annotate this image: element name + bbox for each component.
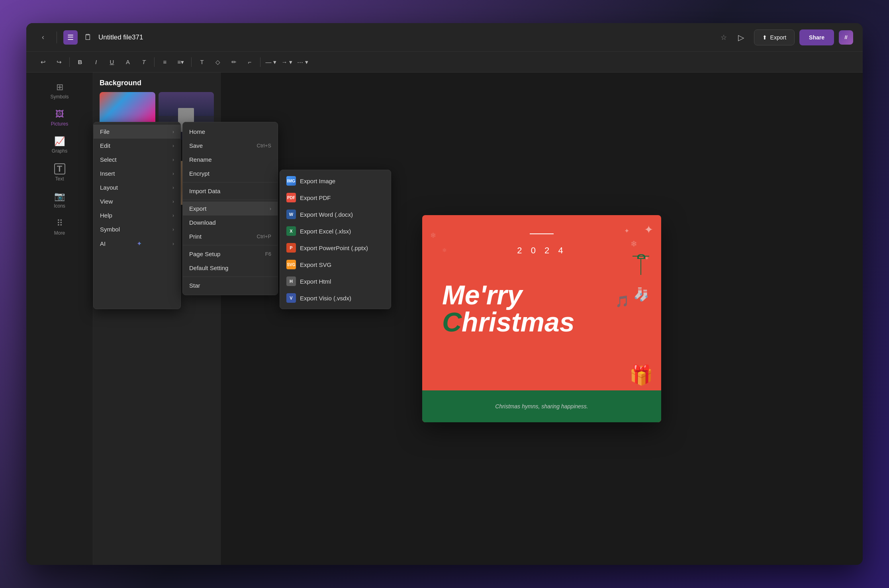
menu-export-excel[interactable]: X Export Excel (.xlsx) bbox=[280, 223, 391, 239]
toolbar-sep-3 bbox=[191, 57, 192, 67]
arrow-button[interactable]: → ▾ bbox=[280, 55, 294, 69]
more-label: More bbox=[54, 230, 65, 236]
export-submenu: IMG Export Image PDF Export PDF W Export… bbox=[280, 170, 391, 309]
card-year: 2 0 2 4 bbox=[434, 245, 649, 256]
menu-export-word[interactable]: W Export Word (.docx) bbox=[280, 206, 391, 223]
insert-arrow: › bbox=[172, 171, 174, 176]
avatar: // bbox=[839, 30, 853, 45]
file-menu: File › Edit › Select › Insert › Layout bbox=[93, 122, 181, 309]
sidebar-item-icons[interactable]: 📷 Icons bbox=[26, 188, 93, 212]
menu-edit[interactable]: Edit › bbox=[94, 139, 180, 153]
sidebar-item-graphs[interactable]: 📈 Graphs bbox=[26, 133, 93, 157]
export-pdf-icon: PDF bbox=[286, 193, 296, 202]
menu-container: File › Edit › Select › Insert › Layout bbox=[93, 122, 391, 309]
file-arrow: › bbox=[172, 129, 174, 135]
menu-export-image[interactable]: IMG Export Image bbox=[280, 172, 391, 189]
text2-button[interactable]: T bbox=[195, 55, 209, 69]
sidebar-item-symbols[interactable]: ⊞ Symbols bbox=[26, 79, 93, 103]
align-button[interactable]: ≡ bbox=[158, 55, 172, 69]
menu-export[interactable]: Export › bbox=[183, 202, 278, 216]
back-button[interactable]: ‹ bbox=[36, 30, 50, 45]
menu-ai[interactable]: AI ✦ › bbox=[94, 236, 180, 251]
menu-sep-1 bbox=[183, 182, 278, 182]
background-section-title: Background bbox=[100, 79, 214, 87]
ai-arrow: › bbox=[172, 241, 174, 247]
menu-insert[interactable]: Insert › bbox=[94, 167, 180, 180]
menu-page-setup[interactable]: Page Setup F6 bbox=[183, 247, 278, 261]
menu-print[interactable]: Print Ctrl+P bbox=[183, 229, 278, 243]
export-submenu-arrow: › bbox=[270, 206, 271, 212]
file-title: Untitled file371 bbox=[98, 33, 714, 41]
menu-export-visio[interactable]: V Export Visio (.vsdx) bbox=[280, 290, 391, 306]
icons-label: Icons bbox=[54, 203, 65, 209]
card-christmas: Christmas bbox=[442, 308, 649, 335]
toolbar-sep-4 bbox=[260, 57, 260, 67]
toolbar-sep-2 bbox=[154, 57, 155, 67]
header-divider bbox=[57, 31, 57, 43]
menu-encrypt[interactable]: Encrypt bbox=[183, 167, 278, 180]
left-sidebar: ⊞ Symbols 🖼 Pictures 📈 Graphs T Text 📷 I… bbox=[26, 73, 93, 565]
icons-icon: 📷 bbox=[54, 191, 65, 202]
menu-rename[interactable]: Rename bbox=[183, 153, 278, 167]
more-icon: ⠿ bbox=[57, 218, 63, 229]
menu-select[interactable]: Select › bbox=[94, 153, 180, 167]
text-button[interactable]: T bbox=[137, 55, 151, 69]
connector-button[interactable]: ⌐ bbox=[243, 55, 257, 69]
export-image-icon: IMG bbox=[286, 176, 296, 186]
menu-button[interactable]: ☰ bbox=[63, 30, 78, 45]
graphs-label: Graphs bbox=[52, 148, 67, 154]
export-icon: ⬆ bbox=[762, 34, 767, 41]
menu-export-html[interactable]: H Export Html bbox=[280, 273, 391, 290]
menu-file[interactable]: File › bbox=[94, 125, 180, 139]
edit-arrow: › bbox=[172, 143, 174, 149]
play-button[interactable]: ▷ bbox=[733, 29, 749, 45]
sidebar-item-pictures[interactable]: 🖼 Pictures bbox=[26, 106, 93, 130]
graphs-icon: 📈 bbox=[54, 136, 65, 147]
text-align-button[interactable]: ≡▾ bbox=[174, 55, 188, 69]
menu-symbol[interactable]: Symbol › bbox=[94, 222, 180, 236]
doc-icon: 🗒 bbox=[84, 33, 92, 42]
italic-button[interactable]: I bbox=[89, 55, 103, 69]
menu-star[interactable]: Star bbox=[183, 278, 278, 292]
menu-download[interactable]: Download bbox=[183, 216, 278, 229]
star-icon[interactable]: ☆ bbox=[721, 33, 727, 42]
symbols-label: Symbols bbox=[50, 94, 69, 100]
export-button[interactable]: ⬆ Export bbox=[754, 29, 795, 45]
text-icon: T bbox=[54, 163, 65, 174]
undo-button[interactable]: ↩ bbox=[36, 55, 50, 69]
export-visio-icon: V bbox=[286, 293, 296, 303]
export-excel-icon: X bbox=[286, 226, 296, 236]
pictures-icon: 🖼 bbox=[55, 109, 64, 120]
menu-help[interactable]: Help › bbox=[94, 208, 180, 222]
export-html-icon: H bbox=[286, 276, 296, 286]
redo-button[interactable]: ↪ bbox=[52, 55, 66, 69]
menu-export-svg[interactable]: SVG Export SVG bbox=[280, 256, 391, 273]
menu-view[interactable]: View › bbox=[94, 194, 180, 208]
export-ppt-icon: P bbox=[286, 243, 296, 253]
export-svg-icon: SVG bbox=[286, 260, 296, 269]
shape-button[interactable]: ◇ bbox=[211, 55, 225, 69]
menu-save[interactable]: Save Ctrl+S bbox=[183, 139, 278, 153]
menu-export-ppt[interactable]: P Export PowerPoint (.pptx) bbox=[280, 239, 391, 256]
underline-button[interactable]: U bbox=[105, 55, 119, 69]
pen-button[interactable]: ✏ bbox=[227, 55, 241, 69]
menu-home[interactable]: Home bbox=[183, 125, 278, 139]
line-style-button[interactable]: — ▾ bbox=[264, 55, 278, 69]
menu-default-setting[interactable]: Default Setting bbox=[183, 261, 278, 275]
export-word-icon: W bbox=[286, 210, 296, 219]
menu-import-data[interactable]: Import Data bbox=[183, 184, 278, 198]
pictures-label: Pictures bbox=[51, 121, 68, 127]
sidebar-item-more[interactable]: ⠿ More bbox=[26, 215, 93, 239]
menu-export-pdf[interactable]: PDF Export PDF bbox=[280, 189, 391, 206]
symbols-icon: ⊞ bbox=[56, 82, 63, 92]
sidebar-item-text[interactable]: T Text bbox=[26, 160, 93, 185]
border-button[interactable]: ⋯ ▾ bbox=[296, 55, 310, 69]
font-color-button[interactable]: A bbox=[121, 55, 135, 69]
share-button[interactable]: Share bbox=[799, 29, 834, 45]
select-arrow: › bbox=[172, 157, 174, 163]
canvas-card[interactable]: 2 0 2 4 Me'rry Chri bbox=[422, 215, 661, 422]
bold-button[interactable]: B bbox=[73, 55, 87, 69]
menu-layout[interactable]: Layout › bbox=[94, 180, 180, 194]
menu-sep-4 bbox=[183, 276, 278, 277]
card-tagline: Christmas hymns, sharing happiness. bbox=[495, 403, 588, 410]
